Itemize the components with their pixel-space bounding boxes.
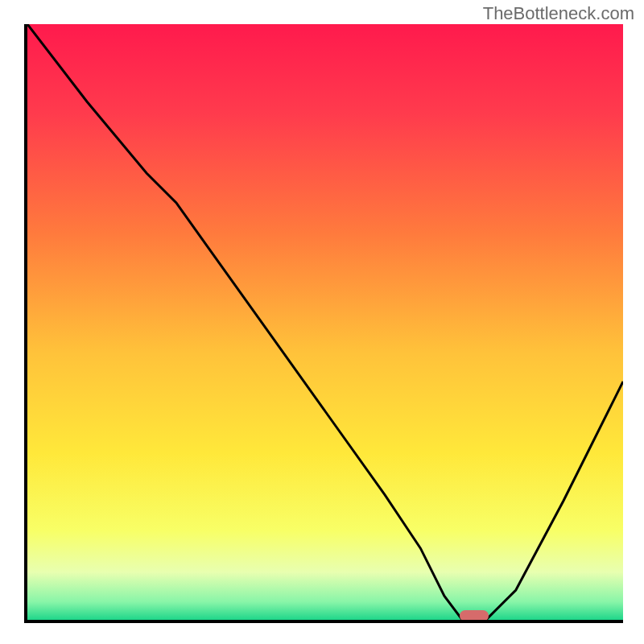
bottleneck-curve-path <box>27 24 623 620</box>
plot-area <box>24 24 623 623</box>
curve-layer <box>27 24 623 620</box>
optimal-marker <box>460 610 489 621</box>
bottleneck-chart: TheBottleneck.com <box>0 0 644 644</box>
watermark-text: TheBottleneck.com <box>483 3 634 24</box>
